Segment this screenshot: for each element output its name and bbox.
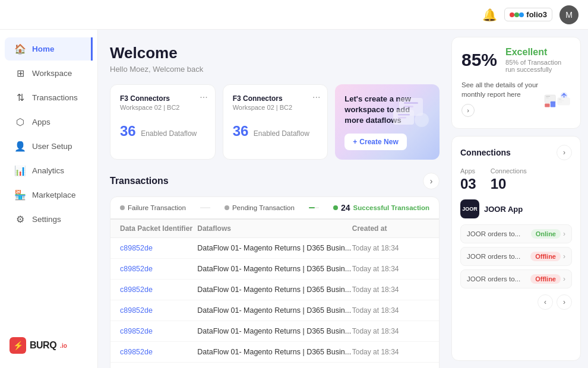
- connections-arrow[interactable]: ›: [557, 145, 572, 160]
- connections-stat: Connections 10: [491, 167, 527, 192]
- sidebar-item-apps[interactable]: ⬡ Apps: [5, 110, 93, 134]
- sidebar-item-settings[interactable]: ⚙ Settings: [5, 208, 93, 231]
- connections-pagination: ‹ ›: [460, 294, 572, 310]
- sidebar-item-transactions[interactable]: ⇅ Transactions: [5, 86, 93, 109]
- failure-dot: [120, 205, 125, 210]
- svg-rect-1: [404, 102, 418, 104]
- transactions-icon: ⇅: [14, 92, 26, 103]
- settings-icon: ⚙: [14, 214, 26, 225]
- conn-item-arrow: ›: [563, 252, 565, 261]
- card-menu-1[interactable]: ···: [200, 92, 207, 103]
- row-created: Today at 18:34: [352, 348, 429, 356]
- connections-stats: Apps 03 Connections 10: [460, 167, 572, 192]
- stats-label: Excellent: [505, 47, 571, 58]
- svg-rect-2: [404, 106, 413, 107]
- joor-logo-text: JOOR: [462, 206, 478, 212]
- connection-item[interactable]: JOOR orders to... Offline ›: [460, 247, 572, 266]
- table-row[interactable]: c89852de DataFlow 01- Magento Returns | …: [110, 280, 439, 300]
- table-row[interactable]: c89852de DataFlow 01- Magento Returns | …: [110, 300, 439, 321]
- row-id: c89852de: [120, 244, 197, 252]
- topbar-icons: 🔔 folio3 M: [482, 5, 578, 24]
- apps-count: 03: [460, 176, 476, 192]
- notification-bell-icon[interactable]: 🔔: [482, 8, 497, 22]
- joor-app-name: JOOR App: [484, 205, 523, 214]
- burq-logo-text: BURQ: [30, 340, 56, 351]
- conn-status: Offline: [530, 274, 561, 284]
- sidebar-item-label: Transactions: [32, 93, 78, 102]
- col-dataflow: Dataflows: [197, 224, 352, 233]
- svg-rect-9: [546, 97, 549, 98]
- col-id: Data Packet Identifier: [120, 224, 197, 233]
- stats-report-button[interactable]: ›: [461, 104, 475, 117]
- workspace-card-2[interactable]: ··· F3 Connectors Workspace 02 | BC2 36 …: [223, 84, 328, 160]
- sidebar-item-marketplace[interactable]: 🏪 Marketplace: [5, 183, 93, 207]
- row-created: Today at 18:34: [352, 244, 429, 252]
- table-row[interactable]: c89852de DataFlow 01- Magento Returns | …: [110, 259, 439, 280]
- row-created: Today at 18:34: [352, 306, 429, 315]
- apps-icon: ⬡: [14, 116, 26, 128]
- row-id: c89852de: [120, 327, 197, 335]
- apps-label: Apps: [460, 167, 476, 175]
- transactions-arrow[interactable]: ›: [423, 173, 440, 189]
- ws-card-2-count: 36: [233, 123, 249, 139]
- new-workspace-card[interactable]: Let's create a new workspace to add more…: [335, 84, 440, 160]
- stats-chevron: ›: [461, 104, 544, 117]
- pagination-next[interactable]: ›: [557, 294, 572, 310]
- right-panel: 85% Excellent 85% of Transaction run suc…: [451, 30, 588, 368]
- table-row[interactable]: c89852de DataFlow 01- Magento Returns | …: [110, 363, 439, 368]
- sidebar-item-user-setup[interactable]: 👤 User Setup: [5, 135, 93, 158]
- legend-pending: Pending Transaction: [225, 204, 295, 211]
- ws-card-1-subtitle: Workspace 02 | BC2: [120, 104, 206, 111]
- legend-divider-fill: [309, 207, 315, 208]
- sidebar-item-analytics[interactable]: 📊 Analytics: [5, 159, 93, 182]
- table-row[interactable]: c89852de DataFlow 01- Magento Returns | …: [110, 238, 439, 259]
- avatar[interactable]: M: [559, 5, 578, 24]
- burq-logo: ⚡ BURQ .io: [10, 337, 88, 354]
- row-dataflow: DataFlow 01- Magento Returns | D365 Busi…: [197, 265, 352, 273]
- success-label: Successful Transaction: [353, 204, 429, 211]
- table-row[interactable]: c89852de DataFlow 01- Magento Returns | …: [110, 321, 439, 342]
- burq-logo-icon: ⚡: [10, 337, 26, 354]
- sidebar-item-label: Marketplace: [32, 191, 76, 199]
- stats-report: See all the details of your monthly repo…: [461, 80, 544, 99]
- burq-icon-symbol: ⚡: [13, 341, 23, 350]
- main-content: Welcome Hello Moez, Welcome back ··· F3 …: [98, 30, 451, 368]
- topbar: 🔔 folio3 M: [0, 0, 588, 30]
- svg-rect-15: [559, 99, 562, 100]
- workspace-card-1[interactable]: ··· F3 Connectors Workspace 02 | BC2 36 …: [110, 84, 216, 160]
- sidebar-item-workspace[interactable]: ⊞ Workspace: [5, 62, 93, 85]
- sidebar-item-label: Apps: [32, 118, 50, 126]
- sidebar: 🏠 Home ⊞ Workspace ⇅ Transactions ⬡ Apps…: [0, 30, 98, 368]
- sidebar-item-home[interactable]: 🏠 Home: [5, 37, 93, 61]
- transactions-legend: Failure Transaction Pending Transaction …: [110, 197, 439, 220]
- workspace-cards: ··· F3 Connectors Workspace 02 | BC2 36 …: [110, 84, 440, 160]
- stats-illustration: [544, 80, 571, 119]
- row-dataflow: DataFlow 01- Magento Returns | D365 Busi…: [197, 327, 352, 335]
- pagination-prev[interactable]: ‹: [538, 294, 553, 310]
- stats-percent: 85%: [461, 50, 497, 70]
- card-menu-2[interactable]: ···: [312, 92, 320, 103]
- legend-divider-1: [200, 207, 210, 208]
- sidebar-item-label: Analytics: [32, 166, 64, 175]
- stats-top: 85% Excellent 85% of Transaction run suc…: [461, 47, 571, 73]
- table-row[interactable]: c89852de DataFlow 01- Magento Returns | …: [110, 342, 439, 363]
- transactions-section: Transactions › Failure Transaction Pendi…: [110, 173, 440, 368]
- table-header: Data Packet Identifier Dataflows Created…: [110, 220, 439, 238]
- avatar-initial: M: [565, 10, 573, 20]
- success-dot: [333, 205, 338, 210]
- conn-item-name: JOOR orders to...: [467, 253, 530, 260]
- svg-rect-5: [398, 117, 406, 119]
- ws-card-1-count: 36: [120, 123, 136, 139]
- connection-item[interactable]: JOOR orders to... Offline ›: [460, 269, 572, 288]
- connections-title: Connections: [460, 148, 511, 157]
- conn-status: Offline: [530, 252, 561, 261]
- ws-card-1-title: F3 Connectors: [120, 94, 206, 103]
- row-dataflow: DataFlow 01- Magento Returns | D365 Busi…: [197, 244, 352, 252]
- connections-label-text: Connections: [491, 167, 527, 175]
- stats-desc: 85% of Transaction run successfully: [505, 59, 571, 73]
- pending-dot: [225, 205, 229, 210]
- svg-rect-17: [559, 101, 562, 102]
- connection-item[interactable]: JOOR orders to... Online ›: [460, 224, 572, 243]
- analytics-icon: 📊: [14, 165, 26, 176]
- joor-logo: JOOR: [460, 199, 479, 218]
